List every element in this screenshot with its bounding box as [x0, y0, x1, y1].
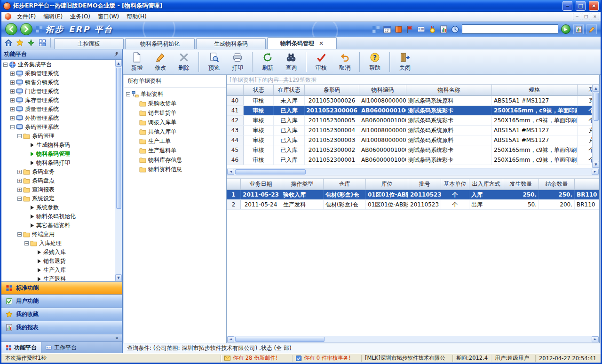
scroll-right-icon[interactable]: ► [592, 169, 599, 175]
tree-expander-icon[interactable]: − [3, 63, 8, 67]
search-edit-button[interactable] [586, 24, 597, 34]
column-header[interactable]: 出入库方式 [469, 179, 503, 190]
scroll-up-icon[interactable]: ▲ [115, 60, 122, 67]
scroll-down-icon[interactable]: ▼ [115, 274, 122, 281]
back-button[interactable] [5, 23, 17, 35]
tree-item[interactable]: 物料资料信息 [124, 165, 226, 174]
table-row[interactable]: 42审核已入库2011052300005AB06000001000VM测试条码系… [227, 116, 592, 126]
tree-item[interactable]: +外协管理系统 [1, 114, 115, 123]
column-header[interactable] [575, 179, 599, 190]
column-header[interactable]: 发生数量 [503, 179, 539, 190]
chevron-icon[interactable]: » [115, 335, 119, 341]
accordion-active-item[interactable]: 标准功能 [1, 281, 122, 294]
tree-item[interactable]: 生产工单 [124, 136, 226, 146]
tree-expander-icon[interactable]: + [17, 179, 22, 183]
scroll-thumb[interactable] [235, 337, 325, 342]
find-button[interactable]: 查询 [280, 51, 302, 73]
tree-item[interactable]: 采购收货单 [124, 99, 226, 108]
tree-item[interactable]: −入库处理 [1, 239, 115, 248]
column-header[interactable]: 业务日期 [241, 179, 281, 190]
tree-expander-icon[interactable]: + [17, 170, 22, 174]
tree-item[interactable]: +采购管理系统 [1, 69, 115, 78]
cancel-button[interactable]: 取消 [333, 51, 356, 73]
tree-item[interactable]: −条码管理系统 [1, 123, 115, 132]
tree-item[interactable]: 物料库存信息 [124, 155, 226, 165]
scroll-left-icon[interactable]: ◄ [227, 336, 234, 342]
scroll-thumb[interactable] [116, 68, 121, 209]
status-audit[interactable]: 你有 0 件审核事务! [293, 355, 361, 362]
menu-item[interactable]: 编辑(E) [40, 12, 66, 21]
tree-item[interactable]: 物料条码管理 [1, 150, 115, 158]
column-header[interactable]: 物料编码 [359, 85, 406, 96]
medal-icon[interactable] [428, 25, 436, 33]
tree-item[interactable]: 采购入库 [1, 248, 115, 257]
column-header[interactable]: 库位 [366, 179, 408, 190]
detail-hscrollbar[interactable]: ◄ ► [227, 336, 599, 343]
table-row[interactable]: 43审核已入库2011052300004AI10008000000VM测试条码系… [227, 126, 592, 135]
tree-item[interactable]: 物料条码打印 [1, 158, 115, 167]
status-mail[interactable]: 你有 28 份新邮件! [222, 355, 292, 362]
tree-item[interactable]: −系统设定 [1, 194, 115, 203]
table-hscrollbar[interactable]: ◄ ► [227, 168, 599, 175]
layout-icon[interactable] [372, 25, 380, 33]
table-row[interactable]: 45审核已入库2011052300002AB06000001000VM测试条码系… [227, 145, 592, 155]
tree-item[interactable]: 生产退料 [1, 275, 115, 281]
column-header[interactable]: 结余数量 [539, 179, 575, 190]
tree-expander-icon[interactable]: + [17, 188, 22, 192]
tree-item[interactable]: 其它基础资料 [1, 221, 115, 230]
accordion-item[interactable]: 我的报表 [1, 321, 122, 334]
tree-item[interactable]: +销售分销系统 [1, 78, 115, 87]
tree-expander-icon[interactable]: − [17, 232, 22, 237]
tree-item[interactable]: −条码管理 [1, 132, 115, 141]
search-go-button[interactable]: ▶ [561, 24, 570, 34]
tree-expander-icon[interactable]: − [10, 125, 15, 129]
tree-item[interactable]: 系统参数 [1, 203, 115, 212]
tree-expander-icon[interactable]: + [10, 71, 15, 76]
scroll-thumb[interactable] [235, 169, 306, 174]
column-header[interactable]: 在库状态 [274, 85, 305, 96]
column-header[interactable]: 基本单位 [441, 179, 469, 190]
tree-expander-icon[interactable]: − [126, 92, 130, 96]
table-scrollbar[interactable]: ▲ ▼ [592, 85, 599, 168]
clock-icon[interactable] [451, 25, 459, 33]
tree-item[interactable]: +条码盘点 [1, 176, 115, 185]
scroll-thumb[interactable] [594, 93, 599, 121]
tree-item[interactable]: 物料条码初始化 [1, 212, 115, 221]
delete-button[interactable]: 删除 [173, 51, 195, 73]
book-icon[interactable] [395, 25, 403, 33]
table-row[interactable]: 22011-05-24生产发料包材(彩盒)仓01区01位-AB彩20110523… [227, 200, 599, 210]
tree-item[interactable]: 生产退料单 [124, 146, 226, 155]
edit-button[interactable]: 修改 [149, 51, 172, 73]
tree-item[interactable]: −终端应用 [1, 230, 115, 239]
column-header[interactable]: 条形码 [305, 85, 359, 96]
tree-item[interactable]: 其他入库单 [124, 127, 226, 136]
closedoor-button[interactable]: 关闭 [394, 51, 416, 73]
column-header[interactable] [227, 179, 241, 190]
refresh-button[interactable]: 刷新 [256, 51, 279, 73]
sidebar-tab[interactable]: 功能平台 [1, 342, 41, 353]
more-buttons-row[interactable]: » [1, 334, 122, 341]
tree-item[interactable]: 调拨入库单 [124, 118, 226, 127]
tab-close-icon[interactable]: × [319, 40, 324, 47]
column-header[interactable]: 仓库 [324, 179, 366, 190]
accordion-item[interactable]: 我的收藏 [1, 308, 122, 321]
column-header[interactable]: 操作类型 [281, 179, 324, 190]
tree-expander-icon[interactable]: + [10, 89, 15, 94]
document-tab[interactable]: 物料条码管理× [267, 37, 337, 49]
accordion-item[interactable]: 用户功能 [1, 294, 122, 308]
tree-expander-icon[interactable]: + [10, 98, 15, 103]
mdi-minimize-button[interactable]: ─ [573, 13, 581, 20]
sparkle-button[interactable] [26, 38, 36, 48]
tree-item[interactable]: −业务集成平台 [1, 60, 115, 69]
pin-icon[interactable] [113, 51, 119, 57]
table-row[interactable]: 41审核已入库2011052300006AB06000001000VM测试条码系… [227, 106, 592, 116]
report-icon[interactable] [440, 25, 448, 33]
menu-item[interactable]: 帮助(H) [123, 12, 150, 21]
menu-item[interactable]: 窗口(W) [94, 12, 123, 21]
apps-button[interactable] [37, 38, 48, 48]
document-tab[interactable]: 生成物料条码 [196, 38, 266, 49]
scroll-left-icon[interactable]: ◄ [227, 169, 234, 175]
table-row[interactable]: 44审核已入库2011052300003AI10008000000VM测试条码系… [227, 135, 592, 145]
search-input[interactable] [462, 24, 558, 34]
tree-item[interactable]: +门店管理系统 [1, 87, 115, 96]
